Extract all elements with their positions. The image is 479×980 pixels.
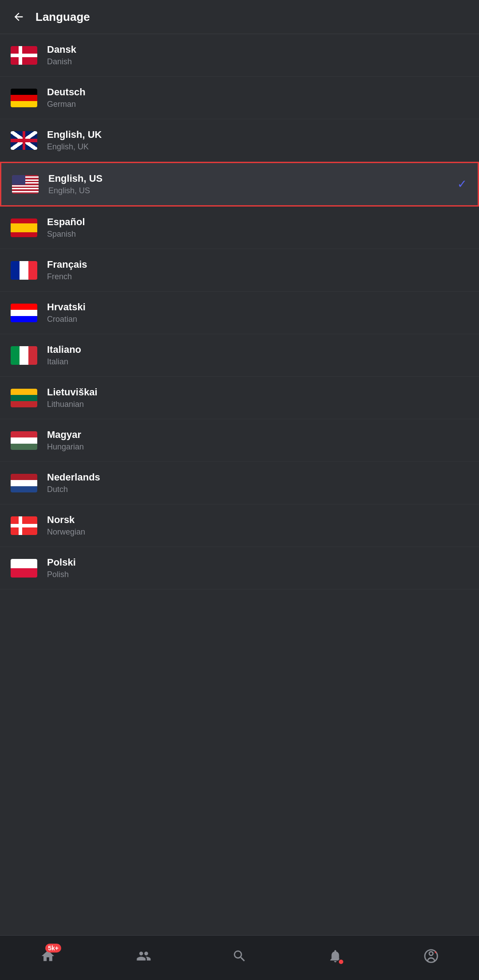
header: Language	[0, 0, 479, 34]
lang-name-en-gb: English, UK	[47, 129, 468, 141]
flag-no	[11, 516, 37, 535]
nav-item-home[interactable]: 5k+	[31, 943, 65, 969]
lang-name-nl: Nederlands	[47, 472, 468, 483]
lang-text-hr: HrvatskiCroatian	[47, 301, 468, 324]
language-item-da[interactable]: DanskDanish	[0, 34, 479, 77]
flag-pl	[11, 559, 37, 578]
notification-dot	[338, 959, 344, 965]
lang-subtitle-en-gb: English, UK	[47, 142, 468, 152]
lang-name-it: Italiano	[47, 344, 468, 355]
lang-name-fr: Français	[47, 259, 468, 270]
profile-icon	[421, 946, 441, 966]
language-item-no[interactable]: NorskNorwegian	[0, 504, 479, 547]
lang-name-no: Norsk	[47, 514, 468, 526]
language-item-nl[interactable]: NederlandsDutch	[0, 462, 479, 504]
lang-name-es: Español	[47, 216, 468, 228]
language-list: DanskDanishDeutschGermanEnglish, UKEngli…	[0, 34, 479, 935]
home-icon: 5k+	[38, 946, 58, 966]
lang-subtitle-it: Italian	[47, 357, 468, 367]
nav-item-profile[interactable]	[414, 943, 448, 969]
flag-en-gb	[11, 131, 37, 150]
lang-text-de: DeutschGerman	[47, 86, 468, 109]
friends-icon	[134, 946, 153, 966]
language-item-hr[interactable]: HrvatskiCroatian	[0, 292, 479, 334]
page-title: Language	[35, 10, 90, 24]
lang-name-da: Dansk	[47, 44, 468, 55]
checkmark-icon-en-us: ✓	[457, 177, 467, 191]
language-item-en-us[interactable]: English, USEnglish, US✓	[0, 162, 479, 207]
home-badge: 5k+	[45, 944, 61, 953]
language-item-de[interactable]: DeutschGerman	[0, 77, 479, 119]
lang-name-hu: Magyar	[47, 429, 468, 441]
language-item-fr[interactable]: FrançaisFrench	[0, 249, 479, 292]
lang-text-da: DanskDanish	[47, 44, 468, 66]
lang-text-no: NorskNorwegian	[47, 514, 468, 537]
language-item-it[interactable]: ItalianoItalian	[0, 334, 479, 377]
svg-point-1	[429, 952, 433, 956]
back-button[interactable]	[11, 9, 27, 25]
lang-name-en-us: English, US	[48, 173, 450, 184]
lang-text-es: EspañolSpanish	[47, 216, 468, 239]
lang-text-en-us: English, USEnglish, US	[48, 173, 450, 195]
lang-subtitle-no: Norwegian	[47, 527, 468, 537]
flag-hr	[11, 304, 37, 322]
lang-subtitle-pl: Polish	[47, 570, 468, 579]
lang-text-fr: FrançaisFrench	[47, 259, 468, 281]
flag-nl	[11, 474, 37, 492]
language-item-pl[interactable]: PolskiPolish	[0, 547, 479, 590]
language-item-es[interactable]: EspañolSpanish	[0, 207, 479, 249]
bottom-nav: 5k+	[0, 935, 479, 980]
flag-hu	[11, 431, 37, 450]
lang-subtitle-fr: French	[47, 272, 468, 281]
lang-text-it: ItalianoItalian	[47, 344, 468, 367]
lang-text-lt: LietuviškaiLithuanian	[47, 387, 468, 409]
nav-item-notifications[interactable]	[318, 943, 352, 969]
lang-subtitle-da: Danish	[47, 57, 468, 66]
lang-text-hu: MagyarHungarian	[47, 429, 468, 452]
language-item-lt[interactable]: LietuviškaiLithuanian	[0, 377, 479, 419]
lang-subtitle-de: German	[47, 100, 468, 109]
flag-en-us	[12, 175, 39, 194]
lang-name-de: Deutsch	[47, 86, 468, 98]
lang-subtitle-es: Spanish	[47, 230, 468, 239]
lang-subtitle-hu: Hungarian	[47, 442, 468, 452]
language-item-en-gb[interactable]: English, UKEnglish, UK	[0, 119, 479, 162]
flag-fr	[11, 261, 37, 280]
notifications-icon	[326, 946, 345, 966]
language-item-hu[interactable]: MagyarHungarian	[0, 419, 479, 462]
lang-subtitle-nl: Dutch	[47, 485, 468, 494]
lang-subtitle-en-us: English, US	[48, 186, 450, 195]
lang-name-hr: Hrvatski	[47, 301, 468, 313]
lang-name-pl: Polski	[47, 557, 468, 568]
lang-text-pl: PolskiPolish	[47, 557, 468, 579]
nav-item-friends[interactable]	[127, 943, 161, 969]
lang-name-lt: Lietuviškai	[47, 387, 468, 398]
nav-item-search[interactable]	[223, 943, 256, 969]
flag-es	[11, 219, 37, 237]
lang-text-en-gb: English, UKEnglish, UK	[47, 129, 468, 152]
lang-text-nl: NederlandsDutch	[47, 472, 468, 494]
flag-de	[11, 89, 37, 107]
search-icon	[230, 946, 249, 966]
flag-da	[11, 46, 37, 65]
lang-subtitle-lt: Lithuanian	[47, 400, 468, 409]
flag-it	[11, 346, 37, 365]
flag-lt	[11, 389, 37, 407]
lang-subtitle-hr: Croatian	[47, 315, 468, 324]
